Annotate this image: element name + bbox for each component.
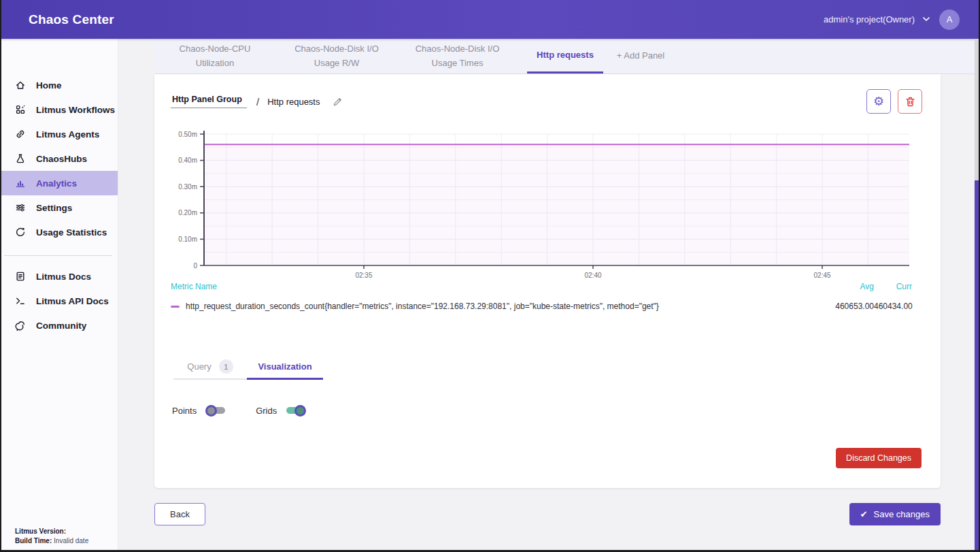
grids-toggle-group: Grids xyxy=(256,405,306,416)
panel-settings-button[interactable]: ⚙ xyxy=(866,89,891,114)
legend-metric-name: http_request_duration_seconds_count{hand… xyxy=(186,302,826,311)
svg-text:0: 0 xyxy=(193,262,197,270)
points-toggle[interactable] xyxy=(205,405,226,416)
query-count-badge: 1 xyxy=(219,359,233,374)
sidebar: Home Litmus Workflows Litmus Agents Chao… xyxy=(0,39,118,552)
legend-curr-header: Curr xyxy=(874,282,912,291)
tab-chaos-node-disk-io-usage-rw[interactable]: Chaos-Node-Disk I/O Usage R/W xyxy=(275,39,398,74)
sidebar-item-label: Community xyxy=(36,321,86,331)
sidebar-item-label: Litmus Agents xyxy=(36,129,99,140)
svg-text:0.50m: 0.50m xyxy=(178,131,197,138)
sidebar-item-label: Home xyxy=(36,80,62,91)
grids-toggle[interactable] xyxy=(286,405,306,416)
footer-actions: Back ✔ Save changes xyxy=(154,503,941,525)
tab-query[interactable]: Query 1 xyxy=(173,355,247,380)
version-info: Litmus Version: Build Time: Invalid date xyxy=(15,527,88,545)
edit-panel-name-button[interactable] xyxy=(333,97,343,107)
community-icon xyxy=(15,320,26,331)
save-changes-button[interactable]: ✔ Save changes xyxy=(849,503,941,525)
tab-visualization[interactable]: Visualization xyxy=(247,355,323,380)
check-icon: ✔ xyxy=(860,509,868,519)
usage-statistics-icon xyxy=(15,227,26,238)
legend-avg-header: Avg xyxy=(826,282,874,291)
tab-chaos-node-cpu-utilization[interactable]: Chaos-Node-CPU Utilization xyxy=(154,39,275,74)
dashboard-panel-tabs: Chaos-Node-CPU Utilization Chaos-Node-Di… xyxy=(154,39,975,74)
settings-icon xyxy=(15,202,26,213)
build-time-label: Build Time: xyxy=(15,537,52,545)
tab-label: Http requests xyxy=(537,48,594,62)
toggle-knob xyxy=(205,405,217,417)
chart-legend: Metric Name Avg Curr http_request_durati… xyxy=(171,282,912,311)
editor-sub-tabs: Query 1 Visualization xyxy=(173,355,323,380)
tab-label: + Add Panel xyxy=(617,49,664,63)
points-toggle-group: Points xyxy=(172,405,226,416)
panel-name: Http requests xyxy=(267,97,320,107)
sidebar-item-label: ChaosHubs xyxy=(36,154,87,164)
tab-chaos-node-disk-io-usage-times[interactable]: Chaos-Node-Disk I/O Usage Times xyxy=(398,39,517,74)
sidebar-item-label: Settings xyxy=(36,203,72,213)
sidebar-item-label: Usage Statistics xyxy=(36,227,107,238)
delete-panel-button[interactable] xyxy=(898,89,922,114)
sidebar-item-label: Litmus Workflows xyxy=(36,105,115,115)
sidebar-item-litmus-agents[interactable]: Litmus Agents xyxy=(0,122,118,146)
workflows-icon xyxy=(15,104,26,115)
chaoshubs-icon xyxy=(15,153,26,164)
sidebar-item-litmus-workflows[interactable]: Litmus Workflows xyxy=(0,97,118,122)
save-changes-label: Save changes xyxy=(874,509,930,519)
add-panel-button[interactable]: + Add Panel xyxy=(603,39,678,74)
svg-text:0.40m: 0.40m xyxy=(178,157,197,164)
tab-label: Chaos-Node-Disk I/O Usage Times xyxy=(403,42,511,69)
panel-editor-header: / Http requests ⚙ xyxy=(171,89,922,114)
docs-icon xyxy=(15,271,26,282)
tab-label: Chaos-Node-CPU Utilization xyxy=(160,42,270,69)
panel-editor-card: / Http requests ⚙ 00.10m0.20m0.30m0.40m0… xyxy=(154,74,941,488)
sidebar-item-usage-statistics[interactable]: Usage Statistics xyxy=(0,220,118,244)
legend-curr-value: 460434.00 xyxy=(874,302,912,311)
path-separator: / xyxy=(256,96,259,108)
sidebar-divider xyxy=(4,255,112,256)
sidebar-item-home[interactable]: Home xyxy=(0,73,118,97)
main-content: Chaos-Node-CPU Utilization Chaos-Node-Di… xyxy=(118,39,975,552)
tab-http-requests[interactable]: Http requests xyxy=(527,39,603,74)
svg-text:02:40: 02:40 xyxy=(584,272,601,279)
api-docs-icon xyxy=(15,295,26,306)
sidebar-item-community[interactable]: Community xyxy=(0,313,118,338)
panel-group-name-input[interactable] xyxy=(171,95,247,108)
user-avatar[interactable]: A xyxy=(939,10,960,30)
sidebar-item-label: Litmus API Docs xyxy=(36,296,109,306)
project-selector-label: admin's project(Owner) xyxy=(824,14,915,25)
litmus-version-label: Litmus Version: xyxy=(15,527,66,535)
sidebar-item-litmus-api-docs[interactable]: Litmus API Docs xyxy=(0,289,118,313)
analytics-icon xyxy=(15,178,26,189)
svg-text:0.30m: 0.30m xyxy=(178,183,197,191)
visualization-tab-label: Visualization xyxy=(258,361,311,372)
back-button[interactable]: Back xyxy=(154,503,205,525)
trash-icon xyxy=(905,96,916,108)
visualization-toggles: Points Grids xyxy=(172,405,306,416)
sidebar-item-chaoshubs[interactable]: ChaosHubs xyxy=(0,146,118,171)
top-app-bar: Chaos Center admin's project(Owner) A xyxy=(0,0,980,39)
home-icon xyxy=(15,80,26,91)
discard-changes-button[interactable]: Discard Changes xyxy=(836,448,922,468)
avatar-initial: A xyxy=(947,14,953,25)
vertical-scrollbar[interactable] xyxy=(975,39,980,552)
agents-icon xyxy=(15,129,26,140)
tab-label: Chaos-Node-Disk I/O Usage R/W xyxy=(281,42,392,69)
scrollbar-thumb[interactable] xyxy=(975,180,980,552)
legend-metric-header: Metric Name xyxy=(171,282,217,291)
svg-text:02:45: 02:45 xyxy=(814,272,831,279)
build-time-value: Invalid date xyxy=(52,537,88,545)
app-title: Chaos Center xyxy=(29,12,114,27)
sidebar-item-analytics[interactable]: Analytics xyxy=(0,171,118,195)
sidebar-item-settings[interactable]: Settings xyxy=(0,195,118,220)
sidebar-item-label: Analytics xyxy=(36,178,77,189)
svg-text:0.10m: 0.10m xyxy=(178,236,197,243)
project-selector[interactable]: admin's project(Owner) xyxy=(824,14,930,25)
points-toggle-label: Points xyxy=(172,406,197,416)
svg-text:0.20m: 0.20m xyxy=(178,209,197,216)
metrics-line-chart: 00.10m0.20m0.30m0.40m0.50m02:3502:4002:4… xyxy=(171,129,929,280)
sidebar-item-litmus-docs[interactable]: Litmus Docs xyxy=(0,264,118,289)
gear-icon: ⚙ xyxy=(873,94,884,109)
legend-row[interactable]: http_request_duration_seconds_count{hand… xyxy=(171,302,912,311)
grids-toggle-label: Grids xyxy=(256,406,277,416)
